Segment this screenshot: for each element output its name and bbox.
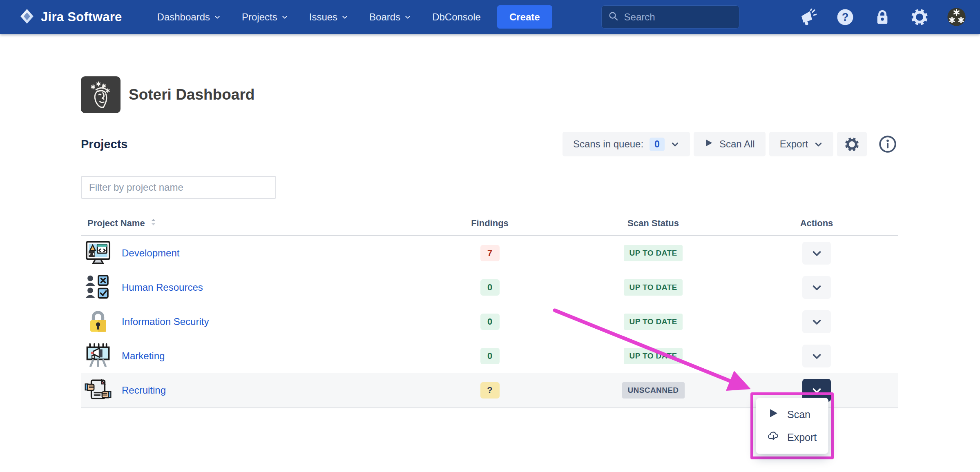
export-label: Export [780, 138, 808, 150]
row-actions-dropdown-button[interactable] [802, 242, 831, 265]
projects-heading: Projects [81, 138, 127, 151]
menu-item-label: Export [787, 432, 817, 443]
findings-badge: 0 [480, 314, 500, 330]
projects-toolbar: Scans in queue: 0 Scan All Export [563, 132, 898, 156]
table-row: Marketing 0 UP TO DATE [81, 339, 898, 373]
column-header-findings: Findings [408, 218, 571, 229]
findings-badge: 7 [480, 245, 500, 261]
scan-all-button[interactable]: Scan All [694, 132, 766, 156]
projects-table: Project Name Findings Scan Status Action… [81, 218, 898, 408]
nav-right-icons: ? [798, 7, 968, 27]
chevron-down-icon [814, 140, 823, 149]
menu-item-label: Scan [787, 409, 810, 421]
nav-item-label: Dashboards [157, 11, 210, 23]
project-avatar-icon [84, 376, 112, 405]
project-avatar-icon [84, 341, 112, 371]
project-link[interactable]: Information Security [122, 316, 209, 327]
gear-icon[interactable] [910, 7, 929, 27]
findings-badge: 0 [480, 348, 500, 364]
nav-item[interactable]: Issues [309, 11, 348, 23]
table-header-row: Project Name Findings Scan Status Action… [81, 218, 898, 236]
nav-item-label: Projects [242, 11, 277, 23]
project-avatar-icon [84, 307, 112, 336]
nav-item-label: DbConsole [432, 11, 481, 23]
column-header-scan-status: Scan Status [571, 218, 735, 229]
chevron-down-icon [214, 11, 221, 23]
chevron-down-icon [671, 140, 679, 149]
project-link[interactable]: Recruiting [122, 385, 166, 396]
row-actions-dropdown-button[interactable] [802, 310, 831, 333]
project-link[interactable]: Development [122, 247, 179, 259]
project-link[interactable]: Marketing [122, 350, 165, 362]
table-row: Information Security 0 UP TO DATE [81, 305, 898, 339]
actions-context-menu: Scan Export [756, 398, 828, 454]
annotation-highlight-box: Scan Export [750, 392, 834, 459]
scans-in-queue-label: Scans in queue: [573, 138, 643, 150]
top-navigation-bar: Jira Software Dashboards Projects Issues [0, 0, 980, 34]
play-icon [768, 407, 779, 421]
search-icon [608, 11, 619, 23]
jira-diamond-icon [19, 8, 35, 26]
table-row: Development 7 UP TO DATE [81, 236, 898, 270]
scan-status-badge: UNSCANNED [622, 382, 685, 399]
table-row: Human Resources 0 UP TO DATE [81, 270, 898, 305]
project-filter-input[interactable] [81, 176, 276, 199]
scan-all-label: Scan All [719, 138, 755, 150]
jira-brand[interactable]: Jira Software [19, 8, 122, 26]
scan-status-badge: UP TO DATE [624, 279, 683, 296]
brand-title: Jira Software [41, 10, 122, 24]
nav-item[interactable]: Dashboards [157, 11, 221, 23]
findings-badge: 0 [480, 279, 500, 296]
nav-menu: Dashboards Projects Issues Board [157, 11, 481, 23]
help-icon[interactable]: ? [835, 7, 855, 27]
menu-item-export[interactable]: Export [756, 426, 828, 449]
scans-in-queue-dropdown[interactable]: Scans in queue: 0 [563, 132, 690, 156]
scan-status-badge: UP TO DATE [624, 245, 683, 261]
sort-icon[interactable] [150, 218, 157, 229]
column-header-project-name[interactable]: Project Name [87, 218, 145, 229]
chevron-down-icon [342, 11, 348, 23]
main-content: Projects Scans in queue: 0 Scan All Expo… [81, 132, 898, 408]
scan-status-badge: UP TO DATE [624, 314, 683, 330]
page-title: Soteri Dashboard [129, 86, 254, 103]
table-body: Development 7 UP TO DATE [81, 236, 898, 408]
chevron-down-icon [404, 11, 411, 23]
nav-item-label: Boards [369, 11, 400, 23]
svg-text:?: ? [842, 11, 848, 23]
chevron-down-icon [281, 11, 288, 23]
project-link[interactable]: Human Resources [122, 282, 203, 293]
cloud-download-icon [768, 430, 779, 444]
soteri-logo [81, 76, 121, 113]
user-avatar[interactable] [947, 7, 966, 27]
row-actions-dropdown-button[interactable] [802, 276, 831, 299]
nav-search-box[interactable] [601, 5, 739, 29]
queue-count-badge: 0 [650, 138, 665, 151]
create-button[interactable]: Create [497, 5, 552, 29]
lock-icon[interactable] [873, 7, 892, 27]
column-header-actions: Actions [735, 218, 898, 229]
row-actions-dropdown-button[interactable] [802, 345, 831, 367]
scan-status-badge: UP TO DATE [624, 348, 683, 364]
export-dropdown-button[interactable]: Export [769, 132, 833, 156]
search-input[interactable] [624, 11, 732, 23]
settings-gear-button[interactable] [837, 132, 867, 156]
project-avatar-icon [84, 273, 112, 302]
nav-item[interactable]: DbConsole [432, 11, 481, 23]
info-icon[interactable] [877, 134, 898, 155]
play-icon [704, 138, 713, 150]
nav-item[interactable]: Projects [242, 11, 288, 23]
page-header: Soteri Dashboard [81, 76, 980, 113]
nav-item-label: Issues [309, 11, 337, 23]
findings-badge: ? [480, 382, 500, 399]
nav-item[interactable]: Boards [369, 11, 411, 23]
announcement-icon[interactable] [798, 7, 817, 27]
menu-item-scan[interactable]: Scan [756, 403, 828, 426]
project-avatar-icon [84, 238, 112, 268]
